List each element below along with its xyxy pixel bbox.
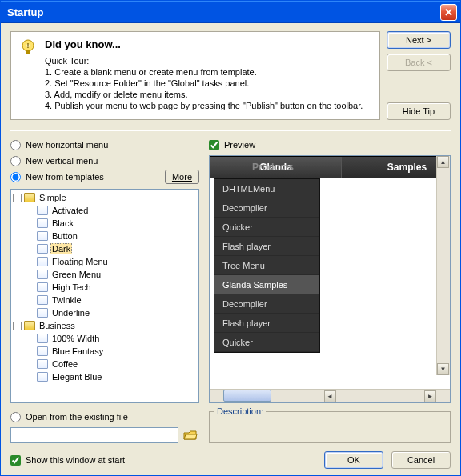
submenu-item[interactable]: Quicker (214, 218, 319, 237)
preview-checkbox[interactable]: Preview (209, 138, 451, 152)
menubar-tab[interactable]: Samples (342, 157, 450, 178)
preview-menubar: Glanda Products Samples (210, 156, 450, 178)
separator (10, 130, 451, 131)
submenu-item[interactable]: Glanda Samples (214, 275, 319, 294)
submenu-item[interactable]: Quicker (214, 333, 319, 352)
radio-vertical[interactable]: New vertical menu (10, 154, 199, 168)
radio-horizontal[interactable]: New horizontal menu (10, 138, 199, 152)
back-button[interactable]: Back < (387, 54, 451, 71)
ok-button[interactable]: OK (324, 451, 383, 469)
more-button[interactable]: More (165, 170, 199, 184)
tree-item[interactable]: High Tech (13, 281, 197, 294)
tree-item[interactable]: Elegant Blue (13, 370, 197, 383)
tree-item[interactable]: Activated (13, 204, 197, 217)
tree-item[interactable]: Underline (13, 306, 197, 319)
open-file-input[interactable] (10, 427, 178, 443)
hide-tip-button[interactable]: Hide Tip (387, 102, 451, 120)
description-box: Description: (209, 411, 451, 443)
description-label: Description: (214, 406, 266, 416)
preview-hscroll[interactable]: ◄ ► (210, 389, 450, 402)
submenu-item[interactable]: Flash player (214, 314, 319, 333)
tree-item[interactable]: 100% Width (13, 332, 197, 345)
tree-item[interactable]: Green Menu (13, 268, 197, 281)
next-button[interactable]: Next > (387, 31, 451, 49)
lightbulb-icon: ! (19, 38, 37, 56)
template-tree[interactable]: –SimpleActivatedBlackButtonDarkFloating … (10, 189, 199, 403)
browse-icon[interactable] (182, 427, 199, 443)
preview-panel: Glanda Products Samples DHTMLMenuDecompi… (209, 155, 451, 403)
submenu-item[interactable]: Tree Menu (214, 256, 319, 275)
cancel-button[interactable]: Cancel (391, 451, 451, 469)
svg-text:!: ! (27, 42, 30, 50)
tree-item[interactable]: –Simple (13, 191, 197, 204)
tip-title: Did you know... (45, 38, 371, 50)
tree-item[interactable]: Black (13, 217, 197, 230)
preview-vscroll[interactable]: ▲▼ (436, 156, 450, 375)
window-title: Startup (4, 6, 440, 18)
svg-rect-1 (26, 50, 30, 54)
tree-item[interactable]: Dark (13, 242, 197, 255)
radio-templates[interactable]: New from templates More (10, 170, 199, 184)
menubar-tab[interactable]: Glanda Products (210, 157, 342, 178)
tree-item[interactable]: Coffee (13, 358, 197, 370)
tip-text: Quick Tour: 1. Create a blank menu or cr… (45, 55, 371, 111)
tree-item[interactable]: Button (13, 230, 197, 242)
submenu-item[interactable]: DHTMLMenu (214, 179, 319, 198)
submenu-item[interactable]: Decompiler (214, 198, 319, 218)
show-at-start-checkbox[interactable]: Show this window at start (10, 453, 125, 467)
radio-open-existing[interactable]: Open from the existing file (10, 410, 199, 424)
preview-submenu: DHTMLMenuDecompilerQuickerFlash playerTr… (214, 178, 320, 353)
close-icon[interactable]: ✕ (440, 4, 457, 21)
tree-item[interactable]: Floating Menu (13, 255, 197, 268)
titlebar: Startup ✕ (1, 1, 460, 23)
tree-item[interactable]: Twinkle (13, 294, 197, 306)
tree-item[interactable]: Blue Fantasy (13, 345, 197, 358)
submenu-item[interactable]: Flash player (214, 237, 319, 256)
tree-item[interactable]: –Business (13, 319, 197, 332)
submenu-item[interactable]: Decompiler (214, 294, 319, 314)
tip-panel: ! Did you know... Quick Tour: 1. Create … (10, 31, 380, 120)
